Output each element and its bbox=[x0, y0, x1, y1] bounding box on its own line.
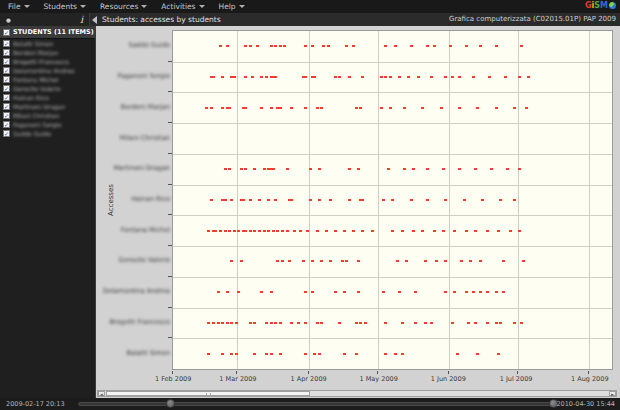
student-checkbox[interactable]: ✓ bbox=[3, 67, 10, 74]
access-data-point bbox=[334, 291, 337, 293]
access-data-point bbox=[458, 76, 461, 78]
access-data-point bbox=[338, 322, 341, 324]
student-checkbox[interactable]: ✓ bbox=[3, 76, 10, 83]
access-data-point bbox=[237, 230, 240, 232]
sidebar-toolbar: i bbox=[0, 13, 90, 26]
students-header-row[interactable]: ✓ STUDENTS (11 ITEMS) bbox=[0, 26, 95, 39]
menu-label: File bbox=[8, 2, 21, 11]
access-data-point bbox=[453, 291, 456, 293]
access-data-point bbox=[486, 230, 489, 232]
access-data-point bbox=[240, 260, 243, 262]
access-data-point bbox=[497, 230, 500, 232]
access-data-point bbox=[341, 260, 344, 262]
logo-letter: M bbox=[600, 1, 608, 10]
student-list-item[interactable]: ✓Hainan Rico bbox=[0, 93, 95, 102]
access-data-point bbox=[391, 230, 394, 232]
access-data-point bbox=[299, 230, 302, 232]
select-all-checkbox[interactable]: ✓ bbox=[3, 29, 10, 36]
access-data-point bbox=[309, 168, 312, 170]
student-checkbox[interactable]: ✓ bbox=[3, 58, 10, 65]
x-axis-tick-label: 1 May 2009 bbox=[360, 375, 398, 383]
access-data-point bbox=[226, 45, 229, 47]
scrollbar-right-arrow-icon[interactable]: ▸ bbox=[609, 391, 616, 396]
access-data-point bbox=[389, 76, 392, 78]
access-data-point bbox=[403, 107, 406, 109]
access-data-point bbox=[345, 260, 348, 262]
scrollbar-left-arrow-icon[interactable]: ◂ bbox=[98, 391, 105, 396]
collapse-sidebar-icon[interactable] bbox=[92, 16, 97, 24]
student-list-item[interactable]: ✓Brogetti Francesco bbox=[0, 57, 95, 66]
access-data-point bbox=[235, 353, 238, 355]
student-checkbox[interactable]: ✓ bbox=[3, 49, 10, 56]
access-data-point bbox=[384, 322, 387, 324]
student-checkbox[interactable]: ✓ bbox=[3, 94, 10, 101]
access-data-point bbox=[265, 76, 268, 78]
y-axis-tick bbox=[168, 245, 172, 246]
access-data-point bbox=[474, 322, 477, 324]
menu-help[interactable]: Help bbox=[219, 2, 245, 11]
student-name: Milani Christian bbox=[13, 112, 59, 119]
access-data-point bbox=[463, 199, 466, 201]
accesses-scatter-plot[interactable] bbox=[172, 30, 613, 370]
access-data-point bbox=[513, 199, 516, 201]
access-data-point bbox=[479, 291, 482, 293]
student-checkbox[interactable]: ✓ bbox=[3, 121, 10, 128]
student-list-item[interactable]: ✓Bordoni Marjan bbox=[0, 48, 95, 57]
menu-activities[interactable]: Activities bbox=[161, 2, 204, 11]
access-data-point bbox=[380, 107, 383, 109]
access-data-point bbox=[267, 230, 270, 232]
access-data-point bbox=[260, 291, 263, 293]
access-data-point bbox=[401, 322, 404, 324]
info-icon[interactable]: i bbox=[80, 13, 83, 26]
access-data-point bbox=[304, 76, 307, 78]
access-data-point bbox=[394, 45, 397, 47]
chart-horizontal-scrollbar[interactable]: ◂ ▸ bbox=[97, 390, 617, 397]
access-data-point bbox=[228, 107, 231, 109]
access-data-point bbox=[472, 291, 475, 293]
access-data-point bbox=[357, 260, 360, 262]
student-list-item[interactable]: ✓Martinoni Dragan bbox=[0, 102, 95, 111]
scrollbar-thumb[interactable] bbox=[106, 391, 310, 396]
student-checkbox[interactable]: ✓ bbox=[3, 112, 10, 119]
chevron-down-icon bbox=[239, 5, 245, 8]
access-data-point bbox=[361, 230, 364, 232]
student-list-item[interactable]: ✓Balatti Simon bbox=[0, 39, 95, 48]
access-data-point bbox=[212, 322, 215, 324]
access-data-point bbox=[525, 107, 528, 109]
chevron-down-icon bbox=[80, 5, 86, 8]
student-list-item[interactable]: ✓Fontana Michel bbox=[0, 75, 95, 84]
menu-file[interactable]: File bbox=[8, 2, 30, 11]
access-data-point bbox=[412, 168, 415, 170]
access-data-point bbox=[465, 45, 468, 47]
student-checkbox[interactable]: ✓ bbox=[3, 85, 10, 92]
access-data-point bbox=[230, 260, 233, 262]
time-slider-track[interactable] bbox=[78, 402, 552, 406]
access-data-point bbox=[270, 107, 273, 109]
y-axis-tick bbox=[168, 184, 172, 185]
access-data-point bbox=[444, 199, 447, 201]
student-list-item[interactable]: ✓Milani Christian bbox=[0, 111, 95, 120]
access-data-point bbox=[263, 230, 266, 232]
student-list-item[interactable]: ✓Paganoni Sergio bbox=[0, 120, 95, 129]
menu-resources[interactable]: Resources bbox=[100, 2, 147, 11]
student-checkbox[interactable]: ✓ bbox=[3, 103, 10, 110]
access-data-point bbox=[249, 199, 252, 201]
student-row-gridline bbox=[173, 62, 612, 63]
menu-students[interactable]: Students bbox=[44, 2, 86, 11]
x-axis-tick-label: 1 Feb 2009 bbox=[155, 375, 191, 383]
y-axis-student-label: Delamontina Andrea bbox=[103, 287, 170, 295]
access-data-point bbox=[302, 260, 305, 262]
student-list-item[interactable]: ✓Gerosito Valerio bbox=[0, 84, 95, 93]
access-data-point bbox=[256, 45, 259, 47]
student-list-item[interactable]: ✓Saddo Guido bbox=[0, 129, 95, 138]
student-checkbox[interactable]: ✓ bbox=[3, 130, 10, 137]
access-data-point bbox=[205, 107, 208, 109]
student-list-item[interactable]: ✓Delamontina Andrea bbox=[0, 66, 95, 75]
access-data-point bbox=[410, 45, 413, 47]
time-slider-start-handle[interactable] bbox=[166, 399, 175, 408]
access-data-point bbox=[274, 76, 277, 78]
student-checkbox[interactable]: ✓ bbox=[3, 40, 10, 47]
access-data-point bbox=[486, 291, 489, 293]
access-data-point bbox=[313, 76, 316, 78]
access-data-point bbox=[453, 230, 456, 232]
